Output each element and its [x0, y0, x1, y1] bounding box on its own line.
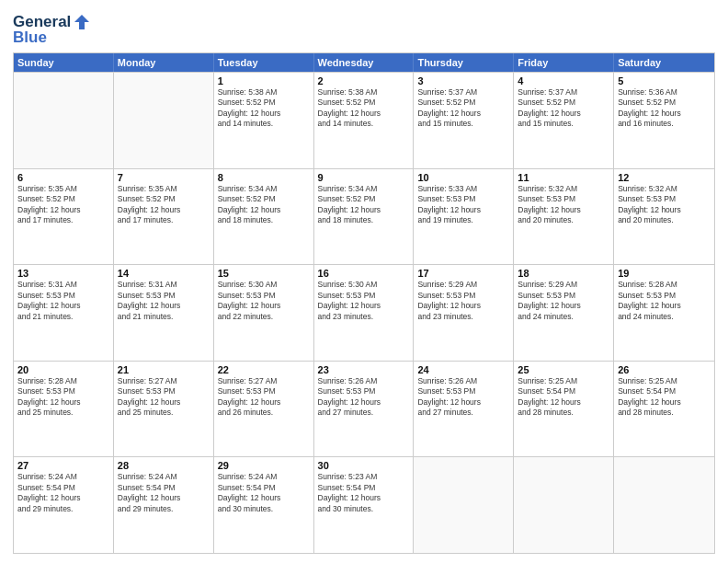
day-cell-24: 24Sunrise: 5:26 AM Sunset: 5:53 PM Dayli…	[414, 362, 514, 457]
day-info: Sunrise: 5:38 AM Sunset: 5:52 PM Dayligh…	[218, 87, 310, 130]
day-number: 19	[618, 268, 711, 279]
day-cell-25: 25Sunrise: 5:25 AM Sunset: 5:54 PM Dayli…	[514, 362, 614, 457]
day-info: Sunrise: 5:27 AM Sunset: 5:53 PM Dayligh…	[118, 376, 210, 419]
day-cell-9: 9Sunrise: 5:34 AM Sunset: 5:52 PM Daylig…	[314, 169, 415, 265]
day-cell-21: 21Sunrise: 5:27 AM Sunset: 5:53 PM Dayli…	[114, 362, 214, 457]
calendar-row-5: 27Sunrise: 5:24 AM Sunset: 5:54 PM Dayli…	[14, 456, 714, 553]
day-cell-18: 18Sunrise: 5:29 AM Sunset: 5:53 PM Dayli…	[514, 265, 614, 361]
day-cell-16: 16Sunrise: 5:30 AM Sunset: 5:53 PM Dayli…	[314, 265, 415, 361]
day-info: Sunrise: 5:33 AM Sunset: 5:53 PM Dayligh…	[417, 184, 509, 226]
day-cell-20: 20Sunrise: 5:28 AM Sunset: 5:53 PM Dayli…	[14, 362, 114, 457]
day-number: 10	[417, 172, 509, 183]
day-info: Sunrise: 5:30 AM Sunset: 5:53 PM Dayligh…	[318, 280, 410, 322]
weekday-header-friday: Friday	[514, 53, 614, 72]
day-number: 8	[218, 172, 310, 183]
day-number: 21	[118, 364, 210, 375]
day-cell-13: 13Sunrise: 5:31 AM Sunset: 5:53 PM Dayli…	[14, 265, 114, 361]
day-cell-29: 29Sunrise: 5:24 AM Sunset: 5:54 PM Dayli…	[214, 457, 314, 553]
day-info: Sunrise: 5:34 AM Sunset: 5:52 PM Dayligh…	[318, 184, 410, 226]
day-cell-23: 23Sunrise: 5:26 AM Sunset: 5:53 PM Dayli…	[314, 362, 415, 457]
day-number: 4	[518, 75, 609, 86]
day-info: Sunrise: 5:29 AM Sunset: 5:53 PM Dayligh…	[518, 280, 609, 322]
day-info: Sunrise: 5:27 AM Sunset: 5:53 PM Dayligh…	[218, 376, 310, 419]
day-number: 1	[218, 75, 310, 86]
day-cell-2: 2Sunrise: 5:38 AM Sunset: 5:52 PM Daylig…	[314, 73, 415, 168]
day-cell-empty	[514, 457, 614, 553]
day-info: Sunrise: 5:28 AM Sunset: 5:53 PM Dayligh…	[17, 376, 109, 419]
day-info: Sunrise: 5:31 AM Sunset: 5:53 PM Dayligh…	[118, 280, 210, 322]
day-cell-6: 6Sunrise: 5:35 AM Sunset: 5:52 PM Daylig…	[14, 169, 114, 265]
day-number: 26	[618, 364, 711, 375]
day-number: 12	[618, 172, 711, 183]
day-cell-empty	[14, 73, 114, 168]
day-number: 22	[218, 364, 310, 375]
weekday-header-sunday: Sunday	[14, 53, 114, 72]
day-cell-1: 1Sunrise: 5:38 AM Sunset: 5:52 PM Daylig…	[214, 73, 314, 168]
day-info: Sunrise: 5:26 AM Sunset: 5:53 PM Dayligh…	[318, 376, 410, 419]
day-number: 14	[118, 268, 210, 279]
day-number: 24	[417, 364, 509, 375]
day-info: Sunrise: 5:25 AM Sunset: 5:54 PM Dayligh…	[518, 376, 609, 419]
day-cell-11: 11Sunrise: 5:32 AM Sunset: 5:53 PM Dayli…	[514, 169, 614, 265]
day-number: 28	[118, 460, 210, 471]
calendar-row-2: 6Sunrise: 5:35 AM Sunset: 5:52 PM Daylig…	[14, 168, 714, 265]
day-info: Sunrise: 5:38 AM Sunset: 5:52 PM Dayligh…	[318, 87, 410, 130]
day-info: Sunrise: 5:24 AM Sunset: 5:54 PM Dayligh…	[118, 472, 210, 514]
calendar-row-1: 1Sunrise: 5:38 AM Sunset: 5:52 PM Daylig…	[14, 72, 714, 168]
day-info: Sunrise: 5:37 AM Sunset: 5:52 PM Dayligh…	[417, 87, 509, 130]
weekday-header-monday: Monday	[114, 53, 214, 72]
day-cell-26: 26Sunrise: 5:25 AM Sunset: 5:54 PM Dayli…	[614, 362, 714, 457]
weekday-header-tuesday: Tuesday	[214, 53, 314, 72]
day-number: 17	[417, 268, 509, 279]
day-number: 7	[118, 172, 210, 183]
day-info: Sunrise: 5:32 AM Sunset: 5:53 PM Dayligh…	[518, 184, 609, 226]
day-number: 2	[318, 75, 410, 86]
day-number: 5	[618, 75, 711, 86]
day-number: 16	[318, 268, 410, 279]
calendar-header: SundayMondayTuesdayWednesdayThursdayFrid…	[14, 53, 714, 72]
day-cell-5: 5Sunrise: 5:36 AM Sunset: 5:52 PM Daylig…	[614, 73, 714, 168]
day-cell-empty	[614, 457, 714, 553]
page: General Blue SundayMondayTuesdayWednesda…	[0, 0, 728, 563]
day-info: Sunrise: 5:37 AM Sunset: 5:52 PM Dayligh…	[518, 87, 609, 130]
day-cell-empty	[114, 73, 214, 168]
calendar-body: 1Sunrise: 5:38 AM Sunset: 5:52 PM Daylig…	[14, 72, 714, 553]
day-cell-empty	[414, 457, 514, 553]
day-cell-10: 10Sunrise: 5:33 AM Sunset: 5:53 PM Dayli…	[414, 169, 514, 265]
day-cell-22: 22Sunrise: 5:27 AM Sunset: 5:53 PM Dayli…	[214, 362, 314, 457]
logo: General Blue	[13, 13, 91, 47]
day-info: Sunrise: 5:29 AM Sunset: 5:53 PM Dayligh…	[417, 280, 509, 322]
day-info: Sunrise: 5:25 AM Sunset: 5:54 PM Dayligh…	[618, 376, 711, 419]
day-cell-4: 4Sunrise: 5:37 AM Sunset: 5:52 PM Daylig…	[514, 73, 614, 168]
day-number: 18	[518, 268, 609, 279]
calendar: SundayMondayTuesdayWednesdayThursdayFrid…	[13, 52, 715, 554]
day-info: Sunrise: 5:36 AM Sunset: 5:52 PM Dayligh…	[618, 87, 711, 130]
day-number: 27	[17, 460, 109, 471]
day-number: 6	[17, 172, 109, 183]
day-info: Sunrise: 5:32 AM Sunset: 5:53 PM Dayligh…	[618, 184, 711, 226]
day-info: Sunrise: 5:35 AM Sunset: 5:52 PM Dayligh…	[17, 184, 109, 226]
weekday-header-saturday: Saturday	[614, 53, 714, 72]
day-number: 20	[17, 364, 109, 375]
day-info: Sunrise: 5:26 AM Sunset: 5:53 PM Dayligh…	[417, 376, 509, 419]
day-info: Sunrise: 5:24 AM Sunset: 5:54 PM Dayligh…	[17, 472, 109, 514]
day-number: 13	[17, 268, 109, 279]
day-cell-14: 14Sunrise: 5:31 AM Sunset: 5:53 PM Dayli…	[114, 265, 214, 361]
day-cell-19: 19Sunrise: 5:28 AM Sunset: 5:53 PM Dayli…	[614, 265, 714, 361]
day-number: 25	[518, 364, 609, 375]
day-info: Sunrise: 5:28 AM Sunset: 5:53 PM Dayligh…	[618, 280, 711, 322]
calendar-row-4: 20Sunrise: 5:28 AM Sunset: 5:53 PM Dayli…	[14, 361, 714, 457]
day-number: 29	[218, 460, 310, 471]
day-cell-15: 15Sunrise: 5:30 AM Sunset: 5:53 PM Dayli…	[214, 265, 314, 361]
day-info: Sunrise: 5:34 AM Sunset: 5:52 PM Dayligh…	[218, 184, 310, 226]
day-info: Sunrise: 5:35 AM Sunset: 5:52 PM Dayligh…	[118, 184, 210, 226]
day-number: 11	[518, 172, 609, 183]
svg-marker-0	[74, 15, 89, 29]
logo-blue: Blue	[13, 29, 91, 47]
day-info: Sunrise: 5:31 AM Sunset: 5:53 PM Dayligh…	[17, 280, 109, 322]
day-cell-30: 30Sunrise: 5:23 AM Sunset: 5:54 PM Dayli…	[314, 457, 415, 553]
calendar-row-3: 13Sunrise: 5:31 AM Sunset: 5:53 PM Dayli…	[14, 264, 714, 361]
day-cell-28: 28Sunrise: 5:24 AM Sunset: 5:54 PM Dayli…	[114, 457, 214, 553]
day-cell-17: 17Sunrise: 5:29 AM Sunset: 5:53 PM Dayli…	[414, 265, 514, 361]
day-cell-12: 12Sunrise: 5:32 AM Sunset: 5:53 PM Dayli…	[614, 169, 714, 265]
